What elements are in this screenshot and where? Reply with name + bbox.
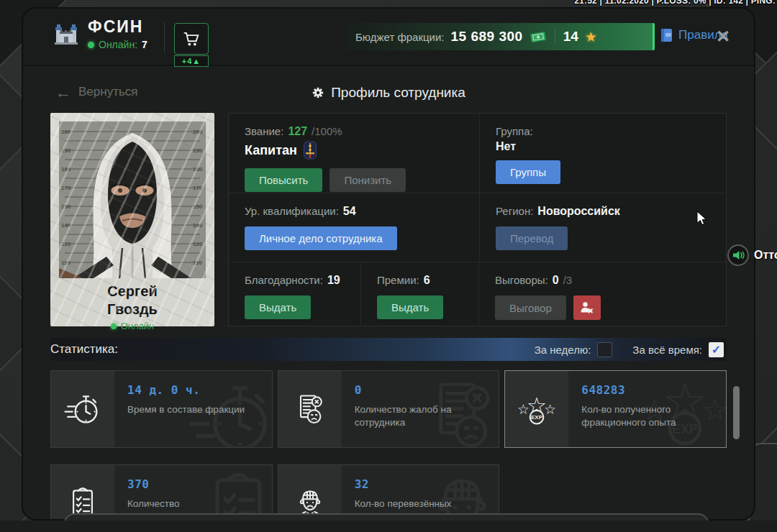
rank-progress-max: /100% [312, 125, 342, 137]
group-section: Группа: Нет Группы [479, 114, 726, 193]
online-label: Онлайн: [99, 39, 137, 50]
svg-text:190: 190 [61, 147, 71, 154]
gear-icon [312, 86, 324, 99]
bonus-section: Премии: 6 Выдать [360, 262, 478, 326]
stat-card-complaints: 0 Количество жалоб на сотрудника [278, 370, 500, 448]
groups-button[interactable]: Группы [496, 160, 560, 184]
svg-text:120: 120 [61, 241, 71, 247]
alltime-filter-checkbox[interactable]: ✓ [709, 342, 724, 357]
stat-value: 32 [355, 477, 452, 491]
stat-value: 14 д. 0 ч. [127, 383, 245, 397]
stat-card-exp: 648283 Кол-во полученного фракционного о… [504, 370, 727, 448]
svg-text:110: 110 [61, 260, 71, 266]
close-button[interactable]: ✕ [711, 24, 735, 49]
person-x-icon [580, 301, 594, 315]
check-icon: ✓ [712, 343, 721, 357]
bezel-bottom-bar [0, 520, 777, 532]
thanks-section: Благодарности: 19 Выдать [229, 262, 360, 326]
stat-card-tasks: 370 Количество [50, 464, 273, 520]
stat-card-prisoners: 32 Кол-во перевезённых [278, 464, 500, 520]
stat-label: Кол-во полученного фракционного опыта [581, 403, 707, 429]
stat-value: 370 [127, 477, 180, 491]
online-status-dot [88, 42, 94, 48]
budget-separator [555, 29, 555, 44]
statistics-title: Статистика: [50, 342, 118, 357]
rank-name: Капитан [245, 143, 297, 158]
game-background: 21:52 | 11.02.2020 | P.LOSS: 0% | ID: 14… [0, 0, 777, 532]
svg-text:120: 120 [193, 241, 203, 247]
fire-employee-button[interactable] [573, 295, 601, 320]
svg-text:200: 200 [193, 129, 203, 135]
budget-label: Бюджет фракции: [355, 31, 445, 43]
stat-card-time: 14 д. 0 ч. Время в составе фракции [50, 370, 273, 448]
rank-label: Звание: [245, 125, 283, 137]
faction-shop-button[interactable] [174, 23, 209, 55]
star-icon: ★ [585, 29, 597, 45]
header-bar: ФСИН Онлайн: 7 +4▲ Бюджет фракции: 15 68… [23, 9, 754, 66]
stats-card-grid: 14 д. 0 ч. Время в составе фракции 0 Кол… [50, 370, 727, 520]
faction-block: ФСИН Онлайн: 7 [53, 17, 147, 50]
hud-status-line: 21:52 | 11.02.2020 | P.LOSS: 0% | ID: 14… [574, 0, 776, 6]
thanks-label: Благодарности: [245, 274, 323, 286]
thanks-value: 19 [327, 274, 340, 287]
reprimand-max: /3 [563, 274, 573, 286]
cart-badge: +4▲ [174, 55, 209, 67]
svg-text:110: 110 [193, 260, 202, 266]
svg-text:180: 180 [61, 166, 71, 173]
employee-photo-card: 200190180 170150140 120110 200190180 170… [50, 113, 214, 326]
svg-text:200: 200 [61, 129, 71, 135]
budget-value: 15 689 300 [451, 29, 523, 45]
week-filter-label: За неделю: [535, 344, 591, 356]
rank-section: Звание: 127 /100% Капитан Повысить Пониз… [229, 114, 479, 193]
rank-progress: 127 [288, 125, 307, 138]
give-bonus-button[interactable]: Выдать [377, 295, 443, 319]
qualification-value: 54 [343, 205, 356, 218]
employee-last-name: Гвоздь [59, 301, 206, 318]
stat-label: Кол-во перевезённых [355, 497, 452, 510]
alltime-filter-label: За всё время: [632, 344, 702, 356]
header-divider [164, 22, 165, 53]
svg-text:170: 170 [193, 185, 203, 191]
transfer-button[interactable]: Перевод [496, 226, 568, 250]
faction-budget-bar: Бюджет фракции: 15 689 300 14 ★ [345, 23, 655, 50]
give-thanks-button[interactable]: Выдать [245, 295, 311, 319]
region-section: Регион: Новороссийск Перевод [479, 193, 726, 262]
voice-indicator: Отто [727, 244, 777, 266]
stats-scrollbar-thumb[interactable] [733, 386, 740, 439]
bonus-value: 6 [424, 274, 430, 287]
svg-text:150: 150 [61, 203, 71, 210]
promote-button[interactable]: Повысить [245, 168, 322, 192]
employee-online-status: Онлайн [121, 321, 155, 331]
employee-info-panel: Звание: 127 /100% Капитан Повысить Пониз… [228, 113, 727, 326]
page-title: Профиль сотрудника [23, 85, 754, 101]
castle-icon [53, 22, 79, 46]
week-filter-checkbox[interactable] [597, 342, 612, 357]
faction-name: ФСИН [88, 17, 147, 37]
reprimand-label: Выговоры: [495, 274, 548, 286]
employee-online-dot [111, 324, 117, 329]
online-count: 7 [142, 39, 147, 50]
svg-text:140: 140 [193, 222, 203, 229]
stat-label: Количество [127, 497, 180, 510]
svg-text:170: 170 [61, 185, 71, 191]
dossier-button[interactable]: Личное дело сотрудника [245, 226, 397, 250]
region-value: Новороссийск [537, 205, 619, 218]
voice-circle [727, 244, 749, 266]
speaker-icon [732, 249, 745, 261]
rules-book-icon [659, 27, 673, 43]
stopwatch-icon [63, 390, 102, 428]
demote-button[interactable]: Понизить [330, 168, 406, 192]
qualification-section: Ур. квалификации: 54 Личное дело сотрудн… [229, 193, 479, 262]
stars-value: 14 [563, 29, 578, 45]
reprimand-section: Выговоры: 0 /3 Выговор [478, 262, 726, 326]
complaint-icon [291, 390, 329, 428]
page-title-text: Профиль сотрудника [331, 85, 465, 101]
faction-menu-panel: ФСИН Онлайн: 7 +4▲ Бюджет фракции: 15 68… [22, 7, 755, 520]
qualification-label: Ур. квалификации: [245, 205, 339, 217]
bonus-label: Премии: [377, 274, 419, 286]
reprimand-button[interactable]: Выговор [495, 295, 566, 320]
employee-first-name: Сергей [59, 283, 206, 301]
rank-insignia-icon [303, 141, 317, 160]
employee-name: Сергей Гвоздь [59, 283, 206, 318]
svg-text:140: 140 [61, 222, 71, 229]
